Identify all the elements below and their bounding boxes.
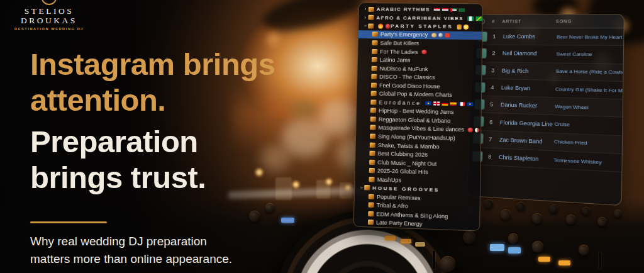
- led-pad: [415, 242, 425, 247]
- flag-iraq-icon: [442, 8, 448, 12]
- track-row[interactable]: 2Neil DiamondSweet Caroline: [473, 45, 623, 64]
- crossfader-slot: [433, 250, 435, 269]
- hero-text-block: Instagram brings attention. Preparation …: [30, 47, 326, 268]
- monogram-icon: [42, 0, 57, 5]
- playlist-label: For The Ladies: [380, 48, 418, 55]
- mixer-knob: [550, 205, 558, 213]
- emoji-dancer-icon: [386, 24, 391, 28]
- track-song: Tennessee Whiskey: [553, 157, 622, 166]
- mixer-knob: [597, 218, 606, 226]
- flag-eu-icon: [467, 102, 473, 106]
- column-header-song[interactable]: SONG: [556, 19, 624, 23]
- playlist-label: Eurodance: [379, 99, 421, 106]
- playlist-label: DISCO - The Classics: [379, 74, 435, 81]
- playlist-label: Late Party Energy: [376, 220, 423, 228]
- candle-flame: [326, 179, 332, 185]
- chevron-right-icon[interactable]: ›: [363, 6, 368, 12]
- track-song: Sweet Caroline: [556, 51, 623, 57]
- playlist-label: Masquerade Vibes & Line dances: [378, 125, 464, 133]
- chevron-down-icon[interactable]: ›: [362, 23, 368, 28]
- playlist-crate-icon: [368, 211, 374, 216]
- mixer-knob: [532, 242, 543, 253]
- subheadline-line: matters more than online appearance.: [30, 250, 326, 268]
- emoji-sos-icon: [445, 33, 450, 38]
- playlist-label: Safe But Killers: [380, 40, 419, 47]
- column-header-artist[interactable]: ARTIST: [502, 19, 556, 23]
- track-artist: Zac Brown Band: [499, 136, 554, 145]
- headline-line: attention.: [30, 82, 326, 118]
- track-number: 7: [485, 136, 496, 143]
- track-artist: Luke Combs: [503, 33, 557, 40]
- brand-name-line2: DROUKAS: [13, 16, 86, 25]
- track-row[interactable]: 1Luke CombsBeer Never Broke My Heart: [474, 28, 624, 46]
- flag-germany-icon: [441, 101, 448, 106]
- playlist-crate-icon: [369, 151, 375, 156]
- playlist-crate-icon: [372, 32, 378, 37]
- banner-root: STELIOS DROUKAS DESTINATION WEDDING DJ I…: [0, 0, 644, 273]
- led-screen: [490, 244, 504, 251]
- playlist-label: Best Clubbing 2026: [377, 150, 428, 158]
- track-artist: Florida Georgia Line: [500, 119, 555, 127]
- brand-tagline: DESTINATION WEDDING DJ: [13, 27, 86, 31]
- playlist-label: Tribal & Afro: [377, 202, 408, 209]
- playlist-crate-icon: [370, 116, 376, 121]
- gold-divider: [30, 221, 107, 223]
- emoji-dancer-icon: [468, 128, 473, 133]
- mixer-knob: [484, 200, 493, 209]
- mixer-knob: [463, 231, 475, 244]
- brand-logo: STELIOS DROUKAS DESTINATION WEDDING DJ: [13, 0, 86, 31]
- playlist-label: Reggaeton Global & Urbano: [379, 116, 451, 125]
- playlist-crate-icon: [372, 57, 377, 62]
- mixer-knob: [508, 234, 518, 244]
- playlist-label: Feel Good Disco House: [379, 82, 440, 90]
- chevron-right-icon[interactable]: ›: [363, 15, 368, 21]
- flag-nigeria-icon: [467, 16, 474, 21]
- emoji-party-icon: [457, 25, 462, 30]
- playlist-crate-icon: [369, 203, 374, 208]
- playlist-crate-icon: [370, 99, 376, 104]
- candle-flame: [345, 185, 351, 191]
- column-header-number[interactable]: #: [489, 20, 499, 24]
- emoji-masks-icon: [475, 128, 480, 133]
- track-song: Country Girl (Shake It For Me): [555, 86, 623, 94]
- playlist-label: PARTY STAPLES: [391, 23, 453, 30]
- playlist-crate-icon: [371, 74, 377, 79]
- playlist-label: MashUps: [377, 176, 402, 183]
- playlist-label: Latino Jams: [380, 57, 411, 64]
- headline-line: Instagram brings: [30, 47, 326, 82]
- led-pad: [401, 239, 411, 243]
- playlist-crate-icon: [370, 134, 375, 139]
- playlist-crate-icon: [370, 125, 375, 130]
- playlist-label: Sing Along (PutYourHandsUp): [378, 133, 455, 142]
- track-artist: Luke Bryan: [501, 84, 555, 92]
- playlist-items: ›ARABIC RYTHMS›AFRO & CARRIBEAN VIBES›PA…: [354, 5, 482, 231]
- track-artist: Neil Diamond: [502, 50, 557, 57]
- flag-jamaica-icon: [475, 16, 482, 21]
- track-artist: Chris Stapleton: [499, 154, 554, 164]
- flag-france-icon: [458, 102, 465, 106]
- track-number: 4: [487, 84, 497, 91]
- led-pad: [558, 260, 570, 265]
- playlist-label: Shake, Twists & Mambo: [378, 142, 440, 150]
- playlist-panel: ›ARABIC RYTHMS›AFRO & CARRIBEAN VIBES›PA…: [353, 3, 483, 231]
- mixer-knob: [517, 203, 525, 211]
- tracklist-rows: 1Luke CombsBeer Never Broke My Heart2Nei…: [469, 28, 623, 172]
- chevron-down-icon[interactable]: ›: [358, 185, 364, 190]
- mixer-knob: [582, 208, 590, 215]
- playlist-crate-icon: [370, 142, 375, 147]
- mixer-knob: [501, 210, 511, 220]
- playlist-crate-icon: [369, 159, 375, 164]
- emoji-fire-icon: [378, 24, 383, 28]
- playlist-crate-icon: [369, 7, 374, 12]
- flag-egypt-icon: [434, 8, 440, 12]
- track-song: Chicken Fried: [554, 139, 622, 148]
- flag-england-icon: [433, 101, 440, 106]
- playlist-crate-icon: [364, 185, 370, 190]
- headline-line: brings trust.: [30, 160, 326, 196]
- playlist-label: Party's Emergency: [380, 31, 428, 38]
- playlist-label: Club Music _ Night Out: [377, 159, 436, 167]
- playlist-label: AFRO & CARRIBEAN VIBES: [376, 15, 464, 21]
- led-screen: [508, 247, 521, 254]
- led-pad: [538, 257, 550, 262]
- brand-name-line1: STELIOS: [13, 6, 86, 16]
